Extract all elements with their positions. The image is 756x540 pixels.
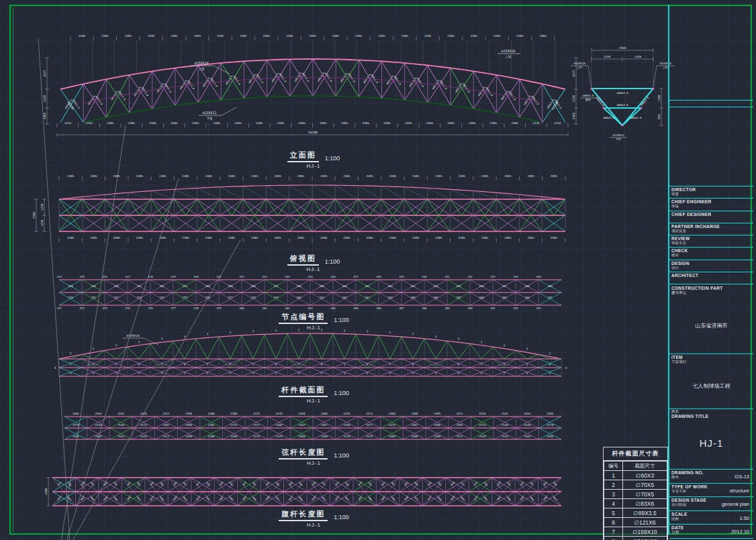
svg-text:7: 7	[70, 352, 72, 356]
svg-text:上弦: 上弦	[198, 67, 205, 70]
section-detail-view: ∅60x3.0∅60x3.0∅60x3.0∅60x3.0∅60x3.0∅60x3…	[571, 46, 674, 142]
svg-text:178: 178	[250, 296, 256, 299]
member-table-row: 5∅89X3.5	[604, 508, 667, 518]
svg-text:∅60x3.0: ∅60x3.0	[324, 72, 333, 83]
svg-text:191: 191	[547, 296, 553, 299]
view-ref: HJ-1	[256, 163, 371, 169]
personnel-role-zh: 设计	[669, 266, 753, 270]
svg-text:2405: 2405	[469, 121, 476, 125]
info-value: general plan	[722, 501, 749, 507]
svg-text:2405: 2405	[459, 174, 466, 178]
svg-text:173: 173	[136, 296, 142, 299]
svg-text:287: 287	[399, 307, 404, 310]
svg-text:2405: 2405	[383, 121, 391, 125]
svg-text:2468: 2468	[298, 412, 305, 415]
svg-text:1234: 1234	[85, 121, 93, 125]
svg-text:286: 286	[376, 307, 381, 310]
svg-text:2405: 2405	[274, 174, 281, 178]
titleblock-info: DRAWING NO.图号GS-13TYPE OF WORK专业工种struct…	[669, 470, 753, 539]
svg-text:1882: 1882	[242, 496, 247, 502]
svg-text:2405: 2405	[171, 121, 178, 125]
svg-text:2405: 2405	[426, 121, 434, 125]
svg-text:2526: 2526	[140, 435, 147, 438]
svg-text:2405: 2405	[504, 174, 512, 178]
svg-text:179: 179	[273, 296, 279, 299]
svg-text:159: 159	[319, 284, 324, 288]
svg-text:2471: 2471	[253, 423, 260, 427]
svg-text:2511: 2511	[457, 412, 463, 415]
svg-text:∅60x3.0: ∅60x3.0	[617, 91, 628, 95]
view-title: 节点编号图	[279, 312, 328, 324]
svg-text:2526: 2526	[140, 412, 147, 415]
svg-text:214: 214	[56, 275, 62, 278]
svg-text:∅219X12: ∅219X12	[202, 111, 216, 115]
svg-text:1861: 1861	[80, 496, 85, 502]
svg-text:∅60x3.0: ∅60x3.0	[630, 116, 642, 119]
svg-text:1105: 1105	[43, 112, 46, 119]
svg-text:1882: 1882	[553, 481, 558, 487]
svg-text:2570: 2570	[547, 423, 553, 427]
svg-text:7: 7	[504, 344, 506, 347]
view-ref: HJ-1	[252, 398, 376, 404]
svg-text:1828: 1828	[205, 481, 211, 487]
svg-text:2481: 2481	[208, 423, 215, 427]
svg-text:2480: 2480	[230, 435, 237, 438]
svg-text:2470: 2470	[344, 435, 350, 438]
svg-text:腹杆: 腹杆	[585, 98, 591, 101]
svg-text:2405: 2405	[90, 174, 97, 178]
svg-text:1843: 1843	[367, 481, 373, 487]
personnel-role-zh: 审定	[669, 192, 753, 197]
svg-text:169: 169	[547, 284, 553, 288]
view-title: 腹杆长度图	[279, 509, 328, 521]
svg-text:1234: 1234	[554, 121, 561, 125]
svg-text:233: 233	[490, 275, 495, 278]
svg-text:166: 166	[479, 284, 484, 288]
titleblock-empty-top	[669, 5, 753, 101]
svg-text:1906: 1906	[159, 481, 164, 487]
svg-text:2405: 2405	[214, 121, 221, 125]
svg-text:1828: 1828	[66, 481, 72, 487]
svg-text:170: 170	[68, 296, 73, 299]
svg-text:2470: 2470	[276, 435, 283, 438]
view-title: 俯视图	[287, 254, 319, 266]
svg-text:2405: 2405	[424, 34, 432, 38]
member-size-cell: ∅159X10	[623, 527, 667, 537]
svg-text:1882: 1882	[414, 481, 419, 487]
svg-text:2501: 2501	[457, 423, 463, 427]
svg-text:2405: 2405	[101, 34, 109, 38]
drawing-title-label: DRAWING TITLE	[669, 414, 753, 419]
titleblock-personnel-row: PARTNER INCHARGE项目负责	[669, 223, 753, 235]
view-scale: 1:100	[334, 514, 349, 521]
svg-text:950: 950	[657, 114, 661, 119]
svg-text:2405: 2405	[435, 236, 442, 239]
svg-text:1817: 1817	[321, 481, 326, 487]
svg-text:1250: 1250	[634, 55, 642, 58]
svg-text:1882: 1882	[427, 481, 432, 487]
svg-text:上弦: 上弦	[662, 66, 668, 69]
svg-text:∅60x3.0: ∅60x3.0	[485, 86, 493, 97]
svg-text:∅89X3.5: ∅89X3.5	[583, 94, 594, 97]
svg-text:2405: 2405	[90, 236, 97, 239]
svg-text:2405: 2405	[481, 174, 489, 178]
svg-text:290: 290	[467, 307, 473, 310]
svg-text:217: 217	[125, 275, 130, 278]
svg-text:2530: 2530	[117, 423, 124, 427]
view-ref: HJ-1	[252, 325, 376, 331]
svg-text:293: 293	[536, 307, 541, 310]
svg-text:232: 232	[467, 275, 473, 278]
member-no-cell: 1	[604, 471, 623, 480]
svg-text:2405: 2405	[256, 121, 263, 125]
svg-text:167: 167	[502, 284, 507, 288]
svg-text:1828: 1828	[496, 481, 502, 487]
svg-text:2405: 2405	[148, 34, 155, 38]
svg-text:225: 225	[308, 275, 313, 278]
svg-text:2543: 2543	[502, 412, 508, 415]
titleblock-info-row: DESIGN STAGE设计阶段general plan	[669, 497, 753, 511]
svg-text:1843: 1843	[473, 496, 479, 502]
svg-text:1861: 1861	[219, 496, 224, 502]
svg-text:2543: 2543	[502, 435, 508, 438]
svg-text:2405: 2405	[205, 236, 213, 239]
svg-text:1882: 1882	[520, 496, 525, 502]
svg-text:176: 176	[205, 296, 210, 299]
construction-part-label-zh: 建设单位	[669, 290, 753, 295]
